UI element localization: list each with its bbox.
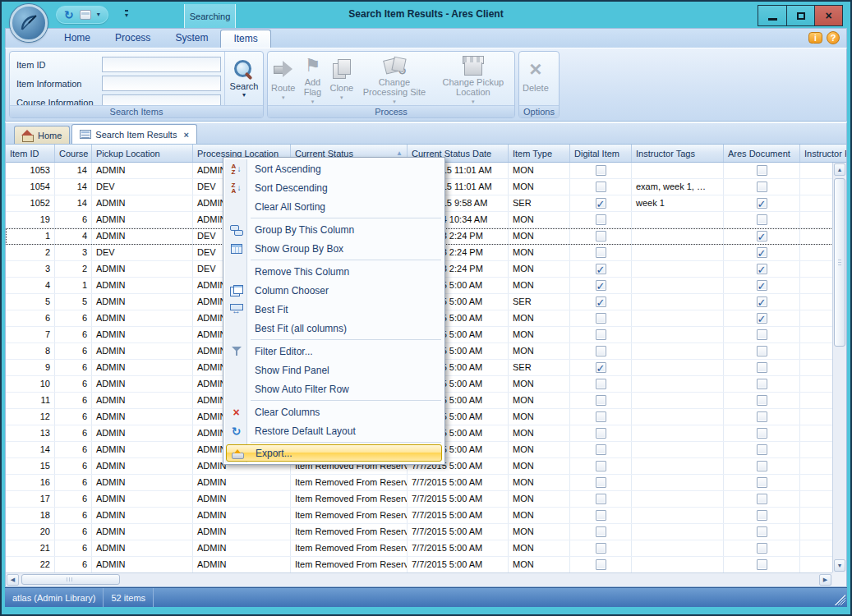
ares-document-checkbox[interactable] <box>757 379 767 389</box>
table-row[interactable]: 176ADMINADMINItem Removed From Reserves7… <box>6 491 846 508</box>
digital-item-checkbox[interactable] <box>596 297 606 307</box>
ares-document-checkbox[interactable] <box>757 264 767 274</box>
digital-item-checkbox[interactable] <box>596 559 606 570</box>
ares-document-checkbox[interactable] <box>757 346 767 356</box>
ares-document-checkbox[interactable] <box>757 543 767 554</box>
digital-item-checkbox[interactable] <box>596 543 606 554</box>
ribbon-button-delete[interactable]: ×Delete <box>521 53 550 105</box>
scroll-right-icon[interactable]: ▶ <box>819 574 831 586</box>
digital-item-checkbox[interactable] <box>596 231 606 241</box>
digital-item-checkbox[interactable] <box>596 395 606 406</box>
item-id-input[interactable] <box>102 57 221 72</box>
digital-item-checkbox[interactable] <box>596 280 606 291</box>
ribbon-tab-home[interactable]: Home <box>52 30 103 48</box>
menu-item-show-find-panel[interactable]: Show Find Panel <box>225 361 443 379</box>
scroll-up-icon[interactable]: ▲ <box>834 163 845 176</box>
menu-item-clear-all-sorting[interactable]: Clear All Sorting <box>225 197 443 216</box>
ares-document-checkbox[interactable] <box>757 444 767 455</box>
digital-item-checkbox[interactable] <box>596 428 606 439</box>
search-button[interactable]: Search ▾ <box>224 52 263 105</box>
help-icon[interactable]: ? <box>827 31 840 44</box>
ares-document-checkbox[interactable] <box>757 247 767 258</box>
ares-document-checkbox[interactable] <box>757 198 767 209</box>
ares-document-checkbox[interactable] <box>757 559 767 570</box>
column-header-instructor-tags[interactable]: Instructor Tags <box>632 145 724 162</box>
ares-document-checkbox[interactable] <box>757 428 767 439</box>
digital-item-checkbox[interactable] <box>596 526 606 537</box>
digital-item-checkbox[interactable] <box>596 477 606 488</box>
resize-grip-icon[interactable] <box>835 595 845 605</box>
scroll-left-icon[interactable]: ◀ <box>7 574 19 586</box>
ribbon-button-route[interactable]: Route▾ <box>269 53 297 105</box>
ribbon-tab-process[interactable]: Process <box>103 30 163 48</box>
menu-item-show-group-by-box[interactable]: Show Group By Box <box>225 239 443 258</box>
ribbon-button-add-flag[interactable]: ⚑Add Flag▾ <box>297 53 328 105</box>
digital-item-checkbox[interactable] <box>596 182 606 192</box>
close-button[interactable]: × <box>814 6 842 25</box>
menu-item-best-fit[interactable]: Best Fit <box>225 300 443 319</box>
vertical-scroll-thumb[interactable] <box>834 178 845 347</box>
ares-document-checkbox[interactable] <box>757 494 767 504</box>
column-header-item-id[interactable]: Item ID <box>6 145 55 162</box>
menu-item-best-fit-all-columns[interactable]: Best Fit (all columns) <box>225 319 443 338</box>
digital-item-checkbox[interactable] <box>596 264 606 274</box>
digital-item-checkbox[interactable] <box>596 379 606 389</box>
maximize-button[interactable] <box>786 6 814 25</box>
digital-item-checkbox[interactable] <box>596 165 606 176</box>
ribbon-button-clone[interactable]: Clone▾ <box>328 53 355 105</box>
column-header-instructor-p[interactable]: Instructor P <box>800 145 847 162</box>
column-header-digital-item[interactable]: Digital Item <box>570 145 632 162</box>
menu-item-group-by-this-column[interactable]: Group By This Column <box>225 220 443 239</box>
doc-tab-search-item-results[interactable]: Search Item Results× <box>71 124 196 144</box>
digital-item-checkbox[interactable] <box>596 247 606 258</box>
digital-item-checkbox[interactable] <box>596 198 606 209</box>
table-row[interactable]: 166ADMINADMINItem Removed From Reserves7… <box>6 475 846 491</box>
minimize-button[interactable] <box>758 6 786 25</box>
ares-document-checkbox[interactable] <box>757 329 767 340</box>
ares-document-checkbox[interactable] <box>757 280 767 291</box>
digital-item-checkbox[interactable] <box>596 313 606 324</box>
ares-document-checkbox[interactable] <box>757 510 767 521</box>
ares-document-checkbox[interactable] <box>757 182 767 192</box>
digital-item-checkbox[interactable] <box>596 346 606 356</box>
horizontal-scroll-thumb[interactable] <box>21 574 120 585</box>
menu-item-column-chooser[interactable]: Column Chooser <box>225 281 443 300</box>
column-header-course-id[interactable]: Course ID <box>55 145 92 162</box>
ribbon-button-change-pickup-location[interactable]: Change Pickup Location▾ <box>434 53 513 105</box>
ares-document-checkbox[interactable] <box>757 477 767 488</box>
menu-item-clear-columns[interactable]: ×Clear Columns <box>225 402 443 421</box>
menu-item-sort-ascending[interactable]: AZ↓Sort Ascending <box>225 159 443 178</box>
ares-document-checkbox[interactable] <box>757 214 767 225</box>
scroll-down-icon[interactable]: ▼ <box>834 559 845 572</box>
ares-document-checkbox[interactable] <box>757 313 767 324</box>
digital-item-checkbox[interactable] <box>596 214 606 225</box>
close-tab-icon[interactable]: × <box>183 130 188 140</box>
column-header-item-type[interactable]: Item Type <box>509 145 570 162</box>
menu-item-export[interactable]: Export... <box>226 444 442 462</box>
app-logo[interactable] <box>10 4 48 42</box>
ares-document-checkbox[interactable] <box>757 526 767 537</box>
doc-tab-home[interactable]: Home <box>14 126 70 144</box>
digital-item-checkbox[interactable] <box>596 461 606 471</box>
menu-item-show-auto-filter-row[interactable]: Show Auto Filter Row <box>225 379 443 398</box>
table-row[interactable]: 226ADMINADMINItem Removed From Reserves7… <box>6 557 846 573</box>
ares-document-checkbox[interactable] <box>757 165 767 176</box>
ares-document-checkbox[interactable] <box>757 411 767 422</box>
vertical-scrollbar[interactable]: ▲ ▼ <box>832 163 846 572</box>
menu-item-filter-editor[interactable]: Filter Editor... <box>225 342 443 361</box>
item-information-input[interactable] <box>102 76 221 91</box>
ribbon-tab-system[interactable]: System <box>163 30 220 48</box>
ares-document-checkbox[interactable] <box>757 231 767 241</box>
ares-document-checkbox[interactable] <box>757 297 767 307</box>
digital-item-checkbox[interactable] <box>596 329 606 340</box>
table-row[interactable]: 216ADMINADMINItem Removed From Reserves7… <box>6 540 846 557</box>
ares-document-checkbox[interactable] <box>757 461 767 471</box>
digital-item-checkbox[interactable] <box>596 362 606 373</box>
ares-document-checkbox[interactable] <box>757 362 767 373</box>
table-row[interactable]: 206ADMINADMINItem Removed From Reserves7… <box>6 524 846 540</box>
table-row[interactable]: 186ADMINADMINItem Removed From Reserves7… <box>6 508 846 524</box>
ares-document-checkbox[interactable] <box>757 395 767 406</box>
menu-item-sort-descending[interactable]: ZA↓Sort Descending <box>225 178 443 197</box>
digital-item-checkbox[interactable] <box>596 510 606 521</box>
ribbon-button-change-processing-site[interactable]: ↻Change Processing Site▾ <box>355 53 433 105</box>
